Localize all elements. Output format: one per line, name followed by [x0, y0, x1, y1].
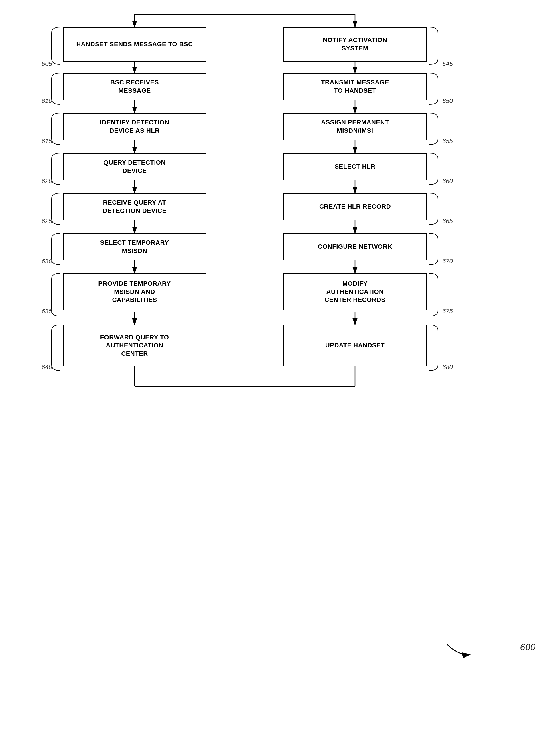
box-645: NOTIFY ACTIVATIONSYSTEM [283, 27, 427, 62]
box-625: RECEIVE QUERY ATDETECTION DEVICE [63, 193, 206, 220]
diagram-container: HANDSET SENDS MESSAGE TO BSC 605 BSC REC… [23, 11, 538, 698]
reference-600-container: 600 [441, 639, 510, 664]
label-670: 670 [442, 258, 453, 265]
label-635: 635 [42, 308, 52, 315]
box-640: FORWARD QUERY TOAUTHENTICATIONCENTER [63, 325, 206, 366]
figure-ref-600: 600 [520, 642, 535, 652]
box-605: HANDSET SENDS MESSAGE TO BSC [63, 27, 206, 62]
label-660: 660 [442, 177, 453, 185]
box-650: TRANSMIT MESSAGETO HANDSET [283, 73, 427, 100]
label-650: 650 [442, 97, 453, 105]
label-680: 680 [442, 364, 453, 371]
box-680: UPDATE HANDSET [283, 325, 427, 366]
box-655: ASSIGN PERMANENTMISDN/IMSI [283, 113, 427, 140]
label-645: 645 [442, 60, 453, 68]
box-630: SELECT TEMPORARYMSISDN [63, 233, 206, 261]
label-620: 620 [42, 177, 52, 185]
label-630: 630 [42, 258, 52, 265]
box-620: QUERY DETECTIONDEVICE [63, 153, 206, 180]
box-660: SELECT HLR [283, 153, 427, 180]
label-610: 610 [42, 97, 52, 105]
box-610: BSC RECEIVESMESSAGE [63, 73, 206, 100]
label-640: 640 [42, 364, 52, 371]
label-625: 625 [42, 218, 52, 225]
label-655: 655 [442, 137, 453, 145]
box-635: PROVIDE TEMPORARYMSISDN ANDCAPABILITIES [63, 273, 206, 311]
box-675: MODIFYAUTHENTICATIONCENTER RECORDS [283, 273, 427, 311]
box-670: CONFIGURE NETWORK [283, 233, 427, 261]
label-675: 675 [442, 308, 453, 315]
label-665: 665 [442, 218, 453, 225]
box-615: IDENTIFY DETECTIONDEVICE AS HLR [63, 113, 206, 140]
label-605: 605 [42, 60, 52, 68]
box-665: CREATE HLR RECORD [283, 193, 427, 220]
label-615: 615 [42, 137, 52, 145]
reference-arrow-svg [441, 639, 493, 662]
